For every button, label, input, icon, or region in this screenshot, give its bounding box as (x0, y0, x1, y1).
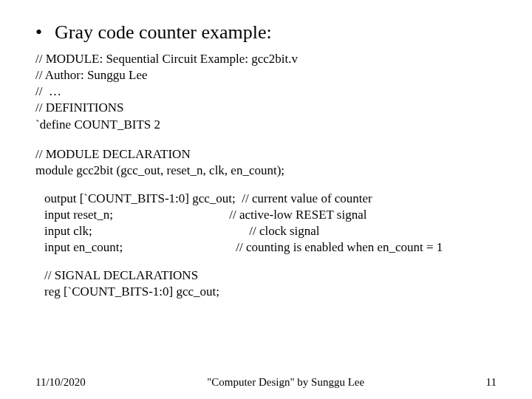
slide-title: Gray code counter example: (55, 21, 272, 44)
slide: • Gray code counter example: // MODULE: … (0, 0, 532, 399)
code-block-4: // SIGNAL DECLARATIONS reg [`COUNT_BITS-… (44, 267, 497, 300)
code-block-2: // MODULE DECLARATION module gcc2bit (gc… (35, 146, 497, 179)
footer: 11/10/2020 "Computer Design" by Sunggu L… (35, 376, 497, 389)
code-block-1: // MODULE: Sequential Circuit Example: g… (35, 51, 497, 132)
footer-page: 11 (486, 376, 497, 389)
code-block-3: output [`COUNT_BITS-1:0] gcc_out; // cur… (44, 191, 497, 256)
slide-title-line: • Gray code counter example: (35, 21, 497, 44)
bullet-icon: • (35, 21, 55, 44)
footer-date: 11/10/2020 (35, 376, 86, 389)
footer-center: "Computer Design" by Sunggu Lee (207, 376, 364, 389)
